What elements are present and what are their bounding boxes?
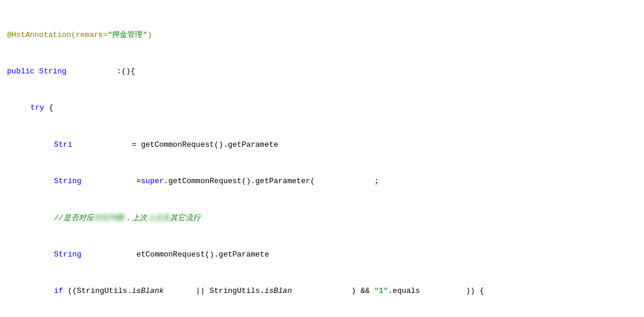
blurred-isblank2	[292, 285, 351, 298]
blurred-isblank1	[164, 285, 191, 298]
blurred-param2	[315, 176, 374, 188]
code-line-7: String etCommonRequest().getParamete	[7, 249, 637, 261]
blurred-varname3	[82, 249, 132, 261]
equals1: =	[127, 139, 141, 151]
method-call: :(){	[117, 66, 135, 78]
keyword-super1: super	[141, 176, 164, 188]
method-isblank1: isBlank	[132, 285, 164, 298]
blurred-param4	[420, 285, 466, 298]
assign2: =	[136, 176, 141, 188]
method-common1: getCommonRequest().getParamete	[141, 139, 278, 151]
keyword-public: public	[7, 66, 39, 78]
and-equals: ) && "1".equals	[351, 285, 420, 298]
code-line-3: try {	[7, 102, 637, 114]
brace-open: {	[49, 102, 53, 114]
code-line-1: @HstAnnotation(remark="押金管理")	[7, 29, 637, 42]
keyword-if1: if	[54, 285, 67, 298]
blurred-varname1	[72, 139, 127, 151]
or-operator: || StringUtils.	[191, 285, 265, 298]
paren-close1: )) {	[466, 285, 484, 298]
super-method1: .getCommonRequest().getParameter(	[164, 176, 314, 188]
code-line-5: String =super.getCommonRequest().getPara…	[7, 176, 637, 188]
comment-1: //是否对应对应判断，上次上次其其它流行	[54, 213, 201, 225]
code-line-8: if ((StringUtils.isBlank || StringUtils.…	[7, 285, 637, 298]
type-str: Stri	[54, 139, 72, 151]
code-line-6: //是否对应对应判断，上次上次其其它流行	[7, 213, 637, 225]
code-line-2: public String :(){	[7, 66, 637, 78]
blurred-param3	[269, 249, 301, 261]
semicolon1: ;	[374, 176, 379, 188]
blurred-param1	[278, 139, 314, 151]
blurred-varname2	[82, 176, 137, 188]
method-isblank2: isBlan	[265, 285, 292, 298]
keyword-try: try	[30, 102, 49, 114]
type-string3: String	[54, 249, 82, 261]
method-common2: etCommonRequest().getParamete	[132, 249, 269, 261]
paren-open1: ((StringUtils.	[67, 285, 131, 298]
type-string: String	[39, 66, 72, 78]
type-string2: String	[54, 176, 82, 188]
code-editor: @HstAnnotation(remark="押金管理") public Str…	[0, 0, 644, 317]
blurred-method	[71, 66, 117, 78]
annotation-text: @HstAnnotation(remark="押金管理")	[7, 29, 152, 42]
code-line-4: Stri = getCommonRequest().getParamete	[7, 139, 637, 151]
